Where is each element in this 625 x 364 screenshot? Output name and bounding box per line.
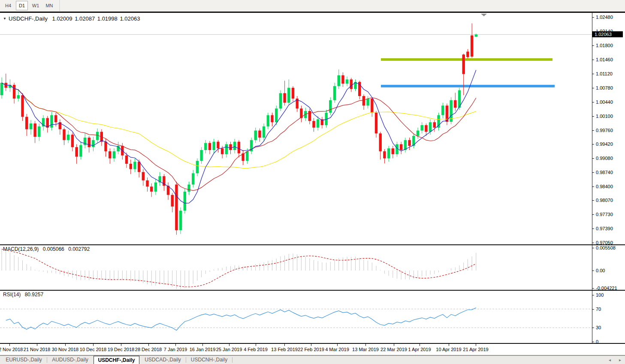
timeframe-button-w1[interactable]: W1 [30,1,42,10]
date-tick [229,344,229,346]
price-tick-label: 1.00780 [596,85,613,90]
price-tick-label: 1.00100 [596,114,613,119]
timeframe-button-h4[interactable]: H4 [2,1,14,10]
price-tick-label: 0.99760 [596,128,613,133]
chart-tab-eurusd[interactable]: EURUSD-,Daily [1,356,47,364]
axis-tick [592,102,594,102]
date-tick [65,344,66,346]
axis-tick [592,116,594,117]
price-tick-label: 1.02480 [596,15,613,20]
candlestick-chart[interactable] [0,13,592,244]
date-tick [202,344,203,346]
date-tick [37,344,37,346]
rsi-tick-label: 70 [596,307,601,312]
price-tick-label: 0.97050 [596,240,613,245]
price-tick-label: 1.01460 [596,57,613,62]
axis-tick [592,60,594,60]
price-tick-label: 0.99080 [596,156,613,161]
chart-tab-usdchf[interactable]: USDCHF-,Daily [94,356,139,364]
macd-main-value: 0.005066 [43,246,64,252]
date-tick [311,344,311,346]
ohlc-low: 1.01998 [97,15,118,22]
axis-tick [592,243,594,243]
tab-scroll-right-icon[interactable]: ▸ [619,358,621,362]
macd-label: MACD(12,26,9) 0.005066 0.002792 [3,246,90,252]
date-axis[interactable]: 12 Nov 201821 Nov 201830 Nov 201810 Dec … [0,344,625,355]
support-line[interactable] [381,85,555,87]
rsi-value: 80.9257 [25,292,43,298]
macd-tick-label: -0.004221 [596,286,617,291]
macd-tick-label: 0.005508 [596,245,616,250]
axis-tick [592,328,594,328]
timeframe-button-d1[interactable]: D1 [16,1,28,10]
chart-tab-usdcnh[interactable]: USDCNH-,Daily [186,356,232,364]
chart-tab-bar: ◂ ▸ EURUSD-,DailyAUDUSD-,DailyUSDCHF-,Da… [0,355,625,364]
price-axis-border [592,13,592,344]
rsi-tick-label: 100 [596,292,604,298]
date-tick [256,344,256,346]
price-tick-label: 0.98070 [596,198,613,203]
axis-tick [592,214,594,215]
date-tick [121,344,121,346]
rsi-tick-label: 30 [596,325,601,330]
chart-tab-usdcad[interactable]: USDCAD-,Daily [140,356,186,364]
axis-tick [592,248,594,248]
price-tick-label: 0.98740 [596,170,613,175]
macd-tick-label: 0.00 [596,268,605,273]
application-window: H4D1W1MN ▼USDCHF-,Daily 1.02009 1.02087 … [0,0,625,364]
date-tick [365,344,366,346]
ohlc-open: 1.02009 [52,15,72,22]
price-tick-label: 1.01120 [596,71,613,76]
axis-tick [592,158,594,159]
axis-tick [592,200,594,201]
rsi-line [6,308,476,331]
date-tick [420,344,420,346]
date-tick [476,344,476,346]
macd-panel[interactable]: MACD(12,26,9) 0.005066 0.002792 [0,245,592,290]
resistance-line[interactable] [381,58,553,61]
date-tick [175,344,176,346]
price-tick-label: 0.97390 [596,226,613,231]
timeframe-buttons: H4D1W1MN [1,1,56,10]
axis-tick [592,187,594,187]
axis-tick [592,144,594,144]
price-chart-panel[interactable]: ▼USDCHF-,Daily 1.02009 1.02087 1.01998 1… [0,13,592,244]
rsi-chart[interactable] [0,291,592,343]
date-tick [93,344,94,346]
ohlc-high: 1.02087 [75,15,95,22]
price-tick-label: 1.01800 [596,43,613,48]
macd-name: MACD(12,26,9) [3,246,39,252]
axis-tick [592,271,594,271]
tab-scroll-left-icon[interactable]: ◂ [609,358,611,362]
rsi-name: RSI(14) [3,292,21,298]
rsi-panel[interactable]: RSI(14) 80.9257 [0,291,592,343]
price-tick-label: 0.99420 [596,141,613,147]
current-price-tag: 1.02063 [592,31,623,37]
axis-tick [592,17,594,18]
price-tick-label: 1.00440 [596,99,613,105]
chart-title: ▼USDCHF-,Daily 1.02009 1.02087 1.01998 1… [3,15,140,22]
timeframe-button-mn[interactable]: MN [43,1,55,10]
chart-shift-marker[interactable] [481,14,487,16]
price-tick-label: 0.98400 [596,184,613,189]
candles [0,24,477,235]
axis-tick [592,45,594,46]
date-tick [337,344,338,346]
date-tick [449,344,449,346]
chart-symbol-label: USDCHF-,Daily [9,15,48,22]
price-tick-label: 0.97730 [596,212,613,217]
axis-tick [592,74,594,74]
date-tick [9,344,10,346]
ohlc-close: 1.02063 [120,15,140,22]
chevron-down-icon: ▼ [3,17,6,21]
macd-signal-value: 0.002792 [68,246,90,252]
axis-tick [592,130,594,131]
timeframe-toolbar: H4D1W1MN [0,0,625,12]
date-tick [148,344,149,346]
toolbar-separator [60,0,60,11]
axis-tick [592,342,594,342]
chart-tab-audusd[interactable]: AUDUSD-,Daily [47,356,93,364]
date-tick [394,344,394,346]
axis-tick [592,288,594,289]
axis-tick [592,88,594,88]
